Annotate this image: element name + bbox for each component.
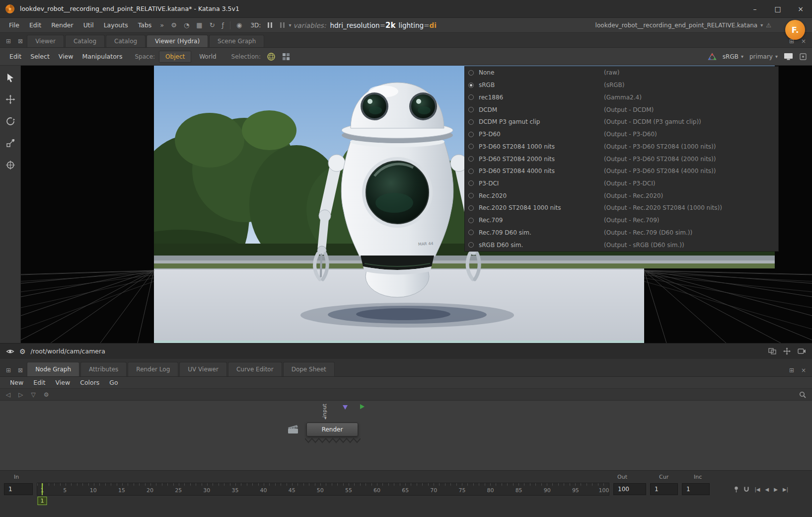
pane-menu-icon[interactable]: ⊞ xyxy=(3,364,14,376)
timeline-ruler[interactable]: 1 15101520253035404550556065707580859095… xyxy=(37,483,609,496)
avatar[interactable]: F. xyxy=(785,20,805,40)
menu-render[interactable]: Render xyxy=(46,21,78,29)
node-menu-edit[interactable]: Edit xyxy=(28,379,50,386)
bookmark-icon[interactable] xyxy=(734,486,738,493)
select-tool-button[interactable] xyxy=(3,71,18,85)
flag-icon[interactable]: ▽ xyxy=(31,391,35,398)
tab-node-graph[interactable]: Node Graph xyxy=(27,362,79,376)
stop-icon[interactable] xyxy=(276,22,289,28)
tab-attributes[interactable]: Attributes xyxy=(80,362,127,376)
chevron-down-icon[interactable]: ▾ xyxy=(289,22,291,28)
port-green-icon[interactable] xyxy=(360,404,365,409)
close-button[interactable]: × xyxy=(789,0,812,17)
menu-overflow-icon[interactable]: » xyxy=(156,21,167,29)
colorspace-option-srgb-d60[interactable]: sRGB D60 sim. (Output - sRGB (D60 sim.)) xyxy=(465,239,778,251)
node-menu-view[interactable]: View xyxy=(50,379,75,386)
colorspace-option-p3d60-1000[interactable]: P3-D60 ST2084 1000 nits (Output - P3-D60… xyxy=(465,140,778,153)
colorspace-option-none[interactable]: None (raw) xyxy=(465,67,778,79)
colorspace-option-p3d60-2000[interactable]: P3-D60 ST2084 2000 nits (Output - P3-D60… xyxy=(465,153,778,165)
colorspace-option-rec2020-1000[interactable]: Rec.2020 ST2084 1000 nits (Output - Rec.… xyxy=(465,202,778,214)
output-dropdown[interactable]: primary ▾ xyxy=(749,53,778,60)
object-mode-button[interactable] xyxy=(265,51,278,63)
viewer-menu-view[interactable]: View xyxy=(54,53,78,60)
menu-file[interactable]: File xyxy=(4,21,24,29)
pan-icon[interactable] xyxy=(783,347,791,355)
variable-lighting[interactable]: lighting xyxy=(398,21,424,29)
inc-field[interactable] xyxy=(682,483,710,495)
camera-icon[interactable] xyxy=(798,348,806,354)
tab-scene-graph[interactable]: Scene Graph xyxy=(209,35,264,47)
camera-settings-icon[interactable]: ⚙ xyxy=(19,347,26,355)
space-world-button[interactable]: World xyxy=(193,51,222,62)
colorspace-option-rec2020[interactable]: Rec.2020 (Output - Rec.2020) xyxy=(465,189,778,202)
node-menu-go[interactable]: Go xyxy=(104,379,123,386)
colorspace-option-p3d60-4000[interactable]: P3-D60 ST2084 4000 nits (Output - P3-D60… xyxy=(465,165,778,177)
translate-tool-button[interactable] xyxy=(3,92,18,106)
colorspace-option-dcdm-p3[interactable]: DCDM P3 gamut clip (Output - DCDM (P3 ga… xyxy=(465,116,778,128)
rerender-icon[interactable]: ↻ xyxy=(206,21,219,29)
pane-detach-icon[interactable]: ⊠ xyxy=(15,35,26,47)
tab-dope-sheet[interactable]: Dope Sheet xyxy=(283,362,335,376)
compare-icon[interactable] xyxy=(768,348,776,354)
step-forward-icon[interactable]: ▶ xyxy=(774,487,778,492)
render-node[interactable]: Render xyxy=(306,423,358,436)
colorspace-option-rec709[interactable]: Rec.709 (Output - Rec.709) xyxy=(465,214,778,227)
viewer-menu-manipulators[interactable]: Manipulators xyxy=(77,53,127,60)
node-menu-colors[interactable]: Colors xyxy=(75,379,104,386)
forward-icon[interactable]: ▷ xyxy=(18,391,23,398)
node-menu-new[interactable]: New xyxy=(5,379,28,386)
rotate-tool-button[interactable] xyxy=(3,114,18,128)
menu-util[interactable]: Util xyxy=(78,21,99,29)
tab-uv-viewer[interactable]: UV Viewer xyxy=(179,362,227,376)
tab-viewer[interactable]: Viewer xyxy=(27,35,64,47)
pane-menu-icon[interactable]: ⊞ xyxy=(3,35,14,47)
color-triangle-icon[interactable] xyxy=(708,53,717,61)
pane-detach-icon[interactable]: ⊠ xyxy=(15,364,26,376)
colorspace-option-srgb[interactable]: sRGB (sRGB) xyxy=(465,79,778,91)
menu-edit[interactable]: Edit xyxy=(24,21,46,29)
space-object-button[interactable]: Object xyxy=(159,51,191,63)
port-purple-icon[interactable] xyxy=(343,405,348,410)
eye-icon[interactable] xyxy=(6,348,14,354)
pixel-probe-icon[interactable] xyxy=(799,53,807,61)
snap-icon[interactable] xyxy=(743,486,749,492)
back-icon[interactable]: ◁ xyxy=(6,391,10,398)
pane-maximize-icon[interactable]: ⊞ xyxy=(786,364,797,376)
script-icon[interactable]: ƒ xyxy=(219,21,228,29)
colorspace-option-p3dci[interactable]: P3-DCI (Output - P3-DCI) xyxy=(465,177,778,190)
in-field[interactable] xyxy=(4,483,33,495)
out-field[interactable] xyxy=(613,483,646,495)
tab-render-log[interactable]: Render Log xyxy=(128,362,178,376)
status-indicator-icon[interactable]: ◉ xyxy=(233,21,245,29)
colorspace-dropdown[interactable]: sRGB ▾ xyxy=(723,53,743,60)
go-end-icon[interactable]: ▶| xyxy=(783,487,788,492)
pane-close-icon[interactable]: × xyxy=(798,364,809,376)
tab-viewer-hydra[interactable]: Viewer (Hydra) xyxy=(147,35,208,47)
colorspace-option-dcdm[interactable]: DCDM (Output - DCDM) xyxy=(465,103,778,116)
maximize-button[interactable]: □ xyxy=(766,0,789,17)
step-back-icon[interactable]: ◀ xyxy=(765,487,769,492)
scale-tool-button[interactable] xyxy=(3,136,18,150)
tab-curve-editor[interactable]: Curve Editor xyxy=(228,362,282,376)
transform-tool-button[interactable] xyxy=(3,158,18,172)
pause-icon[interactable] xyxy=(264,22,276,28)
node-graph-canvas[interactable]: input ▾ Render xyxy=(0,401,812,470)
scene-file-dropdown[interactable]: lookdev_robot__recording_end_point_RELAT… xyxy=(595,22,771,29)
current-frame-flag[interactable]: 1 xyxy=(38,497,47,505)
tab-catalog-2[interactable]: Catalog xyxy=(106,35,146,47)
camera-path[interactable]: /root/world/cam/camera xyxy=(31,347,105,355)
search-icon[interactable] xyxy=(799,391,806,398)
input-port-chevron-icon[interactable]: ▾ xyxy=(324,416,327,421)
menu-layouts[interactable]: Layouts xyxy=(99,21,133,29)
viewer-menu-select[interactable]: Select xyxy=(26,53,54,60)
menu-tabs[interactable]: Tabs xyxy=(133,21,157,29)
cur-field[interactable] xyxy=(650,483,678,495)
tab-catalog-1[interactable]: Catalog xyxy=(65,35,105,47)
settings-icon[interactable]: ⚙ xyxy=(44,391,49,398)
live-render-icon[interactable]: ▦ xyxy=(193,21,206,29)
colorspace-option-rec709-d60[interactable]: Rec.709 D60 sim. (Output - Rec.709 (D60 … xyxy=(465,227,778,239)
gear-icon[interactable]: ⚙ xyxy=(167,21,180,29)
render-icon[interactable]: ◔ xyxy=(180,21,193,29)
colorspace-option-rec1886[interactable]: rec1886 (Gamma2.4) xyxy=(465,91,778,103)
monitor-icon[interactable] xyxy=(784,53,793,60)
